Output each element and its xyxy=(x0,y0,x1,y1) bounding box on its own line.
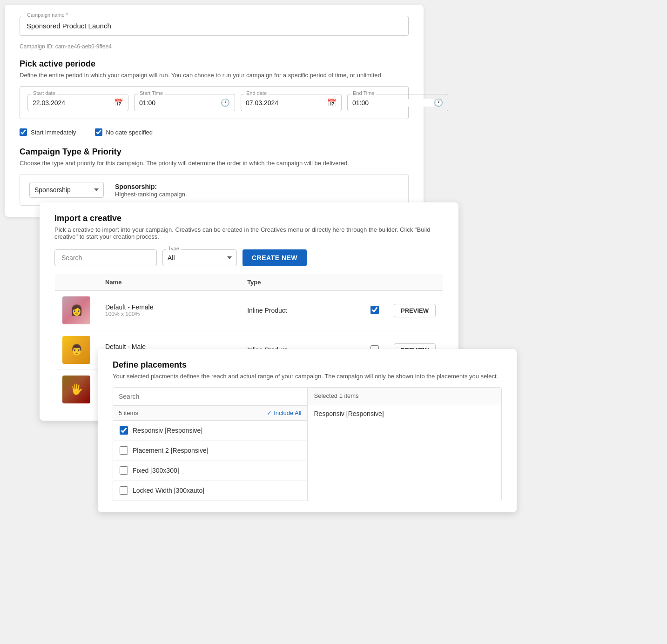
campaign-type-box: Sponsorship Sponsorship: Highest-ranking… xyxy=(20,174,409,206)
campaign-type-description: Sponsorship: Highest-ranking campaign. xyxy=(115,182,187,198)
placements-header: 5 items ✓ Include All xyxy=(113,406,307,421)
creative-checkbox-female[interactable] xyxy=(371,306,379,314)
include-all-button[interactable]: ✓ Include All xyxy=(267,409,301,416)
col-thumb xyxy=(55,274,98,291)
start-date-label: Start date xyxy=(31,90,57,96)
start-date-wrap: 📅 xyxy=(27,94,128,111)
search-filter-row: Type All CREATE NEW xyxy=(54,249,444,266)
end-time-clock-icon[interactable]: 🕐 xyxy=(434,98,443,107)
end-date-calendar-icon[interactable]: 📅 xyxy=(327,98,337,107)
placement-item-fixed: Fixed [300x300] xyxy=(113,461,307,481)
creative-size-female: 100% x 100% xyxy=(105,311,232,317)
placement-checkbox-2[interactable] xyxy=(120,446,128,455)
import-creative-title: Import a creative xyxy=(54,214,444,223)
campaign-type-select[interactable]: Sponsorship xyxy=(29,182,104,198)
start-immediately-checkbox-row: Start immedately xyxy=(20,128,76,136)
checkbox-row-group: Start immedately No date specified xyxy=(20,125,409,136)
no-date-checkbox[interactable] xyxy=(95,128,102,136)
start-time-clock-icon[interactable]: 🕐 xyxy=(221,98,230,107)
creative-type-cell: Inline Product xyxy=(240,291,363,330)
creative-checkbox-cell xyxy=(363,291,386,330)
sponsorship-desc-text: Highest-ranking campaign. xyxy=(115,191,187,198)
campaign-panel: Campaign name * Campaign ID: cam-ae46-ae… xyxy=(5,5,424,217)
end-date-input[interactable] xyxy=(246,99,327,107)
placement-checkbox-locked[interactable] xyxy=(120,486,128,495)
col-check-header xyxy=(363,274,386,291)
include-all-label: Include All xyxy=(274,409,301,416)
placement-label-responsive: Responsiv [Responsive] xyxy=(133,427,202,434)
creative-thumb-third: 🖐 xyxy=(62,376,90,403)
creative-thumb-cell: 👩 xyxy=(55,291,98,330)
checkmark-icon: ✓ xyxy=(267,409,272,416)
placements-left-panel: 5 items ✓ Include All Responsiv [Respons… xyxy=(113,388,308,501)
creative-thumb-female: 👩 xyxy=(62,296,90,324)
table-row: 👩 Default - Female 100% x 100% Inline Pr… xyxy=(55,291,444,330)
placements-layout: 5 items ✓ Include All Responsiv [Respons… xyxy=(113,387,502,501)
campaign-name-input[interactable] xyxy=(20,16,409,36)
import-creative-desc: Pick a creative to import into your camp… xyxy=(54,226,444,240)
start-date-input[interactable] xyxy=(33,99,114,107)
placement-checkbox-fixed[interactable] xyxy=(120,466,128,475)
end-time-field: End Time 🕐 xyxy=(347,94,448,111)
define-placements-panel: Define placements Your selected placment… xyxy=(98,349,517,512)
creative-search-input[interactable] xyxy=(54,249,157,266)
placement-item-locked: Locked Width [300xauto] xyxy=(113,481,307,501)
creative-name-female: Default - Female xyxy=(105,303,232,311)
start-immediately-checkbox[interactable] xyxy=(20,128,27,136)
no-date-label: No date specified xyxy=(106,129,153,136)
placement-label-locked: Locked Width [300xauto] xyxy=(133,487,204,494)
campaign-name-label: Campaign name * xyxy=(25,12,70,18)
placement-checkbox-responsive[interactable] xyxy=(120,426,128,435)
campaign-id: Campaign ID: cam-ae46-aeb6-9ffee4 xyxy=(20,43,409,50)
creative-thumb-male: 👨 xyxy=(62,336,90,364)
campaign-type-title: Campaign Type & Priority xyxy=(20,147,409,157)
end-time-input[interactable] xyxy=(352,99,434,107)
start-date-field: Start date 📅 xyxy=(27,94,128,111)
start-date-calendar-icon[interactable]: 📅 xyxy=(114,98,123,107)
placement-item-2: Placement 2 [Responsive] xyxy=(113,441,307,461)
end-date-wrap: 📅 xyxy=(241,94,342,111)
active-period-desc: Define the entire period in which your c… xyxy=(20,72,409,79)
placements-desc: Your selected placments defines the reac… xyxy=(113,373,502,380)
placements-items-count: 5 items xyxy=(119,409,138,416)
type-filter-label: Type xyxy=(166,246,181,251)
col-action-header xyxy=(386,274,443,291)
no-date-checkbox-row: No date specified xyxy=(95,128,153,136)
end-time-label: End Time xyxy=(351,90,376,96)
placements-title: Define placements xyxy=(113,360,502,370)
col-type-header: Type xyxy=(240,274,363,291)
campaign-name-field: Campaign name * xyxy=(20,16,409,36)
selected-placement-item: Responsiv [Responsive] xyxy=(308,404,502,423)
preview-button-female[interactable]: PREVIEW xyxy=(394,304,436,317)
creative-search-wrap xyxy=(54,249,157,266)
placement-label-fixed: Fixed [300x300] xyxy=(133,467,179,474)
end-date-field: End date 📅 xyxy=(241,94,342,111)
creative-thumb-cell: 🖐 xyxy=(55,370,98,409)
type-filter-wrap: Type All xyxy=(162,249,237,266)
placement-label-2: Placement 2 [Responsive] xyxy=(133,447,209,454)
creative-preview-cell: PREVIEW xyxy=(386,291,443,330)
col-name-header: Name xyxy=(98,274,240,291)
selected-count: Selected 1 items xyxy=(308,388,502,404)
start-time-field: Start Time 🕐 xyxy=(134,94,235,111)
placement-item-responsive: Responsiv [Responsive] xyxy=(113,421,307,441)
sponsorship-desc-title: Sponsorship: xyxy=(115,183,157,190)
active-period-title: Pick active periode xyxy=(20,59,409,69)
creative-name-cell: Default - Female 100% x 100% xyxy=(98,291,240,330)
start-time-label: Start Time xyxy=(138,90,165,96)
start-time-input[interactable] xyxy=(139,99,221,107)
start-time-wrap: 🕐 xyxy=(134,94,235,111)
end-date-label: End date xyxy=(244,90,269,96)
start-immediately-label: Start immedately xyxy=(31,129,76,136)
date-row: Start date 📅 Start Time 🕐 End date 📅 End… xyxy=(20,86,409,119)
placements-right-panel: Selected 1 items Responsiv [Responsive] xyxy=(308,388,502,501)
type-filter-select[interactable]: All xyxy=(162,249,237,266)
placements-search-input[interactable] xyxy=(119,393,302,400)
end-time-wrap: 🕐 xyxy=(347,94,448,111)
campaign-type-desc: Choose the type and priority for this ca… xyxy=(20,160,409,167)
placements-search-area xyxy=(113,388,307,406)
create-new-button[interactable]: CREATE NEW xyxy=(243,249,307,266)
creative-type-female: Inline Product xyxy=(247,307,287,314)
creative-thumb-cell: 👨 xyxy=(55,330,98,370)
